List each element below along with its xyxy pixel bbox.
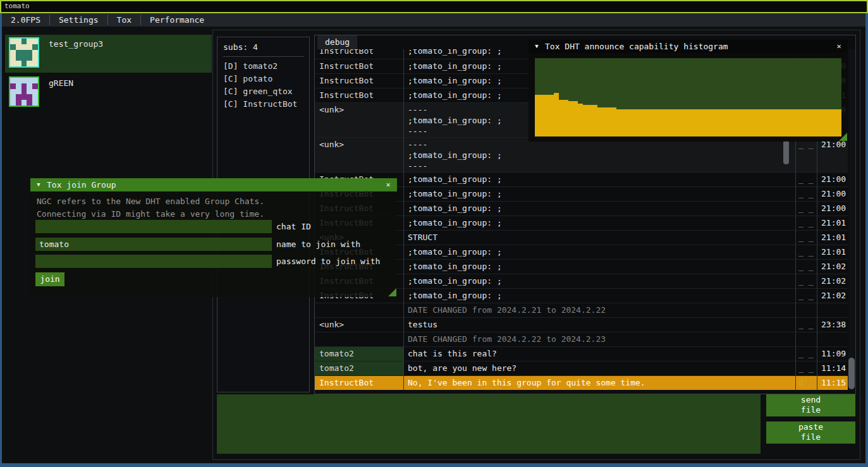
histogram-bar xyxy=(784,109,789,136)
message-time: 21:00 xyxy=(817,173,848,186)
dht-histogram-window: ▼ Tox DHT announce capability histogram … xyxy=(529,40,848,142)
histogram-bar xyxy=(568,101,573,136)
message-row[interactable]: <unk>testus_ _23:38 xyxy=(315,317,848,332)
menu-item-20fps[interactable]: 2.0FPS xyxy=(2,13,49,27)
group-avatar xyxy=(9,37,39,68)
group-name: test_group3 xyxy=(49,39,103,73)
message-text: ;tomato_in_group: ; xyxy=(403,202,795,215)
message-row[interactable]: <unk>----;tomato_in_group: ;----_ _21:00 xyxy=(315,137,848,172)
histogram-bar xyxy=(578,104,583,136)
histogram-bar xyxy=(544,95,549,136)
message-time: 23:38 xyxy=(817,318,848,332)
message-row[interactable]: InstructBotNo, I've been in this group f… xyxy=(315,375,848,390)
avatar-pixel xyxy=(32,100,38,106)
message-status: _ _ xyxy=(795,231,817,245)
collapse-icon[interactable]: ▼ xyxy=(30,178,47,191)
message-time: 21:01 xyxy=(817,231,848,245)
message-author: tomato2 xyxy=(315,347,403,361)
avatar-pixel xyxy=(21,78,27,83)
message-time: 21:02 xyxy=(817,274,848,288)
chat-scrollbar[interactable] xyxy=(848,49,855,391)
avatar-pixel xyxy=(32,44,38,50)
resize-grip[interactable] xyxy=(388,288,396,296)
avatar-pixel xyxy=(10,50,16,56)
message-cell-scrollbar-thumb[interactable] xyxy=(783,140,789,164)
histogram-bar xyxy=(602,107,607,137)
group-item-green[interactable]: gREEN xyxy=(5,74,212,109)
subs-item-3[interactable]: [C] InstructBot xyxy=(223,98,309,111)
avatar-pixel xyxy=(27,61,32,66)
close-icon[interactable]: ✕ xyxy=(379,178,397,191)
tab-debug[interactable]: debug xyxy=(317,35,357,49)
resize-grip[interactable] xyxy=(839,133,847,141)
message-status: _ _ xyxy=(795,289,817,303)
message-row[interactable]: DATE CHANGED from 2024.2.22 to 2024.2.23 xyxy=(315,332,848,346)
group-avatar xyxy=(9,76,39,107)
histogram-bar xyxy=(659,109,664,136)
avatar-pixel xyxy=(32,61,38,66)
histogram-bar xyxy=(645,109,650,136)
histogram-bar xyxy=(592,105,597,136)
avatar-pixel xyxy=(27,83,32,89)
message-text: bot, are you new here? xyxy=(403,361,795,375)
avatar-pixel xyxy=(27,44,32,50)
join-field-chat-id[interactable] xyxy=(35,220,272,233)
join-button[interactable]: join xyxy=(35,272,64,286)
histogram-bar xyxy=(765,109,770,136)
menu-item-tox[interactable]: Tox xyxy=(108,13,140,27)
avatar-pixel xyxy=(27,78,32,83)
message-text: ;tomato_in_group: ; xyxy=(403,260,795,274)
histogram-bar xyxy=(640,109,645,136)
avatar-pixel xyxy=(16,83,21,89)
send-file-button[interactable]: send file xyxy=(766,394,855,416)
message-status: _ _ xyxy=(795,202,817,215)
join-info-line: NGC refers to the New DHT enabled Group … xyxy=(37,197,264,206)
message-time: 21:00 xyxy=(817,202,848,215)
histogram-bar xyxy=(789,109,794,136)
collapse-icon[interactable]: ▼ xyxy=(529,40,545,53)
message-status: _ _ xyxy=(795,216,817,230)
message-status: _ _ xyxy=(795,260,817,274)
message-time: 11:09 xyxy=(817,347,848,361)
column-separator-author[interactable] xyxy=(403,49,404,391)
subs-item-2[interactable]: [C] green_qtox xyxy=(223,85,309,98)
message-text: STRUCT xyxy=(403,231,795,245)
group-item-test_group3[interactable]: test_group3 xyxy=(5,35,212,73)
subs-item-0[interactable]: [D] tomato2 xyxy=(223,60,309,73)
histogram-bar xyxy=(669,109,674,136)
paste-file-button[interactable]: paste file xyxy=(766,422,855,444)
message-time: 11:14 xyxy=(817,361,848,375)
histogram-bar xyxy=(774,109,779,136)
histogram-bar xyxy=(583,105,588,136)
dht-histogram-titlebar[interactable]: ▼ Tox DHT announce capability histogram … xyxy=(529,40,848,53)
window-titlebar[interactable]: tomato xyxy=(0,0,868,13)
dht-histogram-plot xyxy=(535,58,841,136)
message-text: ;tomato_in_group: ; xyxy=(403,187,795,201)
histogram-bar xyxy=(626,109,631,136)
join-field-name-to-join-with[interactable]: tomato xyxy=(35,238,272,251)
avatar-pixel xyxy=(32,50,38,56)
avatar-pixel xyxy=(32,83,38,89)
message-text: DATE CHANGED from 2024.2.21 to 2024.2.22 xyxy=(403,303,795,317)
subs-list: [D] tomato2[C] potato[C] green_qtox[C] I… xyxy=(223,60,309,111)
message-row[interactable]: DATE CHANGED from 2024.2.21 to 2024.2.22 xyxy=(315,303,848,317)
message-row[interactable]: tomato2bot, are you new here?_ _11:14 xyxy=(315,361,848,375)
dht-histogram-title: Tox DHT announce capability histogram xyxy=(545,40,830,53)
chat-scrollbar-thumb[interactable] xyxy=(848,358,855,389)
histogram-bar xyxy=(621,109,626,136)
join-group-titlebar[interactable]: ▼ Tox join Group ✕ xyxy=(30,178,397,191)
histogram-bar xyxy=(535,95,540,136)
message-input[interactable] xyxy=(217,394,761,454)
avatar-pixel xyxy=(10,61,16,66)
menu-item-settings[interactable]: Settings xyxy=(50,13,107,27)
join-field-password-to-join-with[interactable] xyxy=(35,255,272,268)
message-status: d _ xyxy=(795,376,817,390)
avatar-pixel xyxy=(10,83,16,89)
message-author: <unk> xyxy=(315,318,403,332)
menu-item-performance[interactable]: Performance xyxy=(141,13,213,27)
avatar-pixel xyxy=(27,55,32,61)
message-row[interactable]: tomato2chat is this real?_ _11:09 xyxy=(315,346,848,361)
subs-item-1[interactable]: [C] potato xyxy=(223,73,309,85)
message-text-line: ---- xyxy=(408,161,795,171)
close-icon[interactable]: ✕ xyxy=(830,40,848,53)
